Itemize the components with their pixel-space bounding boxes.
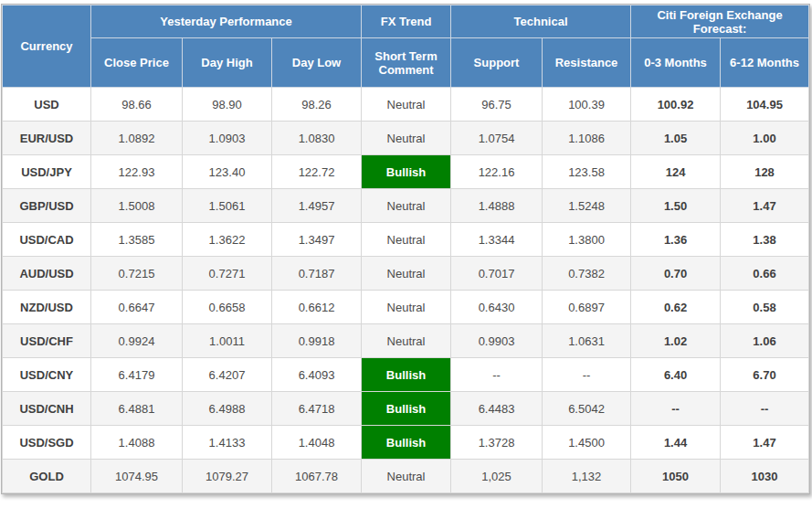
column-header-6-12-months: 6-12 Months (721, 38, 809, 88)
trend-cell: Neutral (362, 257, 451, 291)
day-low-cell: 1.4048 (272, 426, 362, 460)
day-low-cell: 1.3497 (272, 223, 362, 257)
day-high-cell: 0.7271 (183, 257, 272, 291)
group-header-technical: Technical (451, 5, 631, 38)
day-high-cell: 1.4133 (183, 426, 272, 460)
close-price-cell: 6.4179 (91, 358, 183, 392)
day-low-cell: 1.4957 (272, 189, 362, 223)
resistance-cell: 1.0631 (543, 324, 631, 358)
group-header-fx-trend: FX Trend (362, 5, 451, 38)
forecast-0-3-cell: 100.92 (631, 88, 721, 122)
day-low-cell: 0.9918 (272, 324, 362, 358)
currency-cell: USD/JPY (3, 155, 91, 189)
header-sub-row: Close Price Day High Day Low Short Term … (3, 38, 809, 88)
day-high-cell: 1.3622 (183, 223, 272, 257)
resistance-cell: 1.4500 (543, 426, 631, 460)
day-high-cell: 1.0011 (183, 324, 272, 358)
close-price-cell: 0.7215 (91, 257, 183, 291)
close-price-cell: 6.4881 (91, 392, 183, 426)
table-row: USD/JPY122.93123.40122.72Bullish122.1612… (3, 155, 809, 189)
table-row: GOLD1074.951079.271067.78Neutral1,0251,1… (3, 460, 809, 493)
support-cell: 1.3344 (451, 223, 543, 257)
support-cell: 1.4888 (451, 189, 543, 223)
day-low-cell: 1.0830 (272, 122, 362, 155)
day-high-cell: 1.5061 (183, 189, 272, 223)
table-body: USD98.6698.9098.26Neutral96.75100.39100.… (3, 88, 809, 493)
trend-cell: Neutral (362, 223, 451, 257)
resistance-cell: 100.39 (543, 88, 631, 122)
forecast-0-3-cell: 0.62 (631, 291, 721, 324)
currency-cell: USD/SGD (3, 426, 91, 460)
forecast-6-12-cell: 128 (721, 155, 809, 189)
close-price-cell: 1.4088 (91, 426, 183, 460)
forecast-6-12-cell: 104.95 (721, 88, 809, 122)
resistance-cell: 1.3800 (543, 223, 631, 257)
day-low-cell: 1067.78 (272, 460, 362, 493)
support-cell: 0.7017 (451, 257, 543, 291)
day-low-cell: 0.7187 (272, 257, 362, 291)
forecast-0-3-cell: 1.02 (631, 324, 721, 358)
resistance-cell: 1.5248 (543, 189, 631, 223)
fx-table: Currency Yesterday Performance FX Trend … (2, 5, 809, 493)
forecast-6-12-cell: 1.47 (721, 189, 809, 223)
forecast-0-3-cell: 1050 (631, 460, 721, 493)
forecast-0-3-cell: 6.40 (631, 358, 721, 392)
forecast-0-3-cell: 1.50 (631, 189, 721, 223)
table-row: USD98.6698.9098.26Neutral96.75100.39100.… (3, 88, 809, 122)
close-price-cell: 1.5008 (91, 189, 183, 223)
resistance-cell: 0.6897 (543, 291, 631, 324)
forecast-0-3-cell: -- (631, 392, 721, 426)
forecast-0-3-cell: 1.36 (631, 223, 721, 257)
table-row: NZD/USD0.66470.66580.6612Neutral0.64300.… (3, 291, 809, 324)
support-cell: 1,025 (451, 460, 543, 493)
day-low-cell: 6.4718 (272, 392, 362, 426)
day-high-cell: 1079.27 (183, 460, 272, 493)
day-low-cell: 6.4093 (272, 358, 362, 392)
forecast-6-12-cell: 0.66 (721, 257, 809, 291)
column-header-close-price: Close Price (91, 38, 183, 88)
currency-cell: USD/CHF (3, 324, 91, 358)
trend-cell: Neutral (362, 324, 451, 358)
forecast-0-3-cell: 1.44 (631, 426, 721, 460)
forecast-6-12-cell: -- (721, 392, 809, 426)
support-cell: 6.4483 (451, 392, 543, 426)
day-high-cell: 123.40 (183, 155, 272, 189)
currency-cell: EUR/USD (3, 122, 91, 155)
currency-cell: USD (3, 88, 91, 122)
forecast-0-3-cell: 1.05 (631, 122, 721, 155)
forecast-6-12-cell: 1.38 (721, 223, 809, 257)
day-high-cell: 6.4207 (183, 358, 272, 392)
forecast-6-12-cell: 1.47 (721, 426, 809, 460)
forecast-0-3-cell: 124 (631, 155, 721, 189)
day-high-cell: 0.6658 (183, 291, 272, 324)
support-cell: 122.16 (451, 155, 543, 189)
close-price-cell: 122.93 (91, 155, 183, 189)
resistance-cell: -- (543, 358, 631, 392)
currency-cell: NZD/USD (3, 291, 91, 324)
trend-cell: Neutral (362, 122, 451, 155)
group-header-citi-forecast: Citi Foreign Exchange Forecast: (631, 5, 809, 38)
resistance-cell: 1.1086 (543, 122, 631, 155)
close-price-cell: 0.9924 (91, 324, 183, 358)
trend-cell: Bullish (362, 358, 451, 392)
support-cell: 1.0754 (451, 122, 543, 155)
currency-cell: GBP/USD (3, 189, 91, 223)
resistance-cell: 0.7382 (543, 257, 631, 291)
support-cell: 1.3728 (451, 426, 543, 460)
table-row: USD/CAD1.35851.36221.3497Neutral1.33441.… (3, 223, 809, 257)
support-cell: 0.9903 (451, 324, 543, 358)
table-row: AUD/USD0.72150.72710.7187Neutral0.70170.… (3, 257, 809, 291)
support-cell: 0.6430 (451, 291, 543, 324)
forecast-6-12-cell: 6.70 (721, 358, 809, 392)
trend-cell: Neutral (362, 460, 451, 493)
column-header-day-high: Day High (183, 38, 272, 88)
day-low-cell: 122.72 (272, 155, 362, 189)
forecast-6-12-cell: 1030 (721, 460, 809, 493)
day-low-cell: 98.26 (272, 88, 362, 122)
column-header-day-low: Day Low (272, 38, 362, 88)
day-high-cell: 1.0903 (183, 122, 272, 155)
currency-cell: GOLD (3, 460, 91, 493)
close-price-cell: 1074.95 (91, 460, 183, 493)
trend-cell: Neutral (362, 189, 451, 223)
table-row: USD/CNY6.41796.42076.4093Bullish----6.40… (3, 358, 809, 392)
